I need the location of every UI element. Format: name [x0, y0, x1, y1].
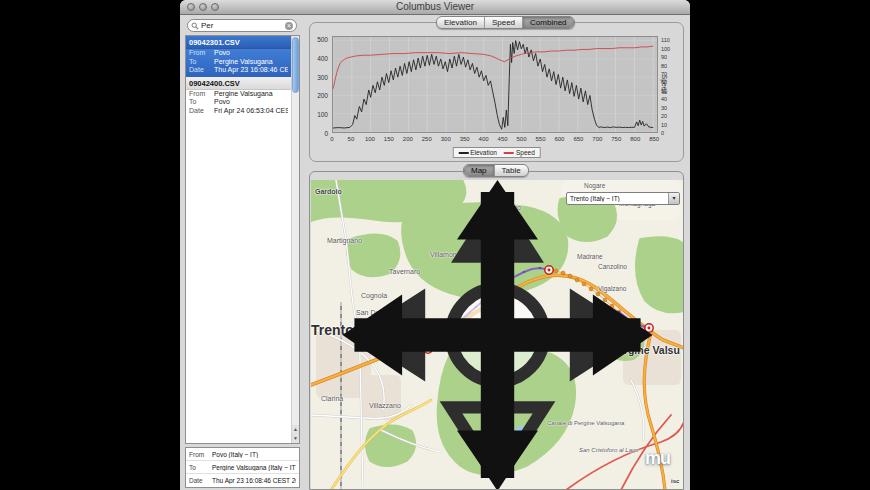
elevation-tick-label: 300 — [310, 74, 328, 81]
field-value: Pergine Valsugana — [214, 90, 288, 99]
search-field[interactable]: Per × — [187, 19, 297, 32]
elevation-tick-label: 400 — [310, 55, 328, 62]
screen-background: Columbus Viewer Per × 09042301.CSV FromP… — [0, 0, 870, 490]
scroll-up-arrow[interactable]: ▲ — [292, 425, 299, 434]
legend-label: Speed — [516, 149, 535, 156]
chart-panel: 0100200300400500 01020304050607080901001… — [309, 22, 684, 162]
app-window: Columbus Viewer Per × 09042301.CSV FromP… — [180, 0, 690, 490]
field-value: Povo — [214, 98, 288, 107]
field-value: Pergine Valsugana — [214, 58, 288, 67]
combined-chart — [333, 37, 657, 132]
distance-tick-label: 150 — [381, 136, 397, 142]
field-label: Date — [189, 66, 214, 75]
speed-tick-label: 40 — [661, 96, 667, 102]
distance-tick-label: 500 — [514, 136, 530, 142]
distance-tick-label: 350 — [457, 136, 473, 142]
scroll-down-arrow[interactable]: ▼ — [292, 434, 299, 443]
elevation-tick-label: 200 — [310, 92, 328, 99]
tab-table[interactable]: Table — [494, 165, 528, 176]
track-list-item[interactable]: 09042400.CSV FromPergine Valsugana ToPov… — [186, 77, 291, 118]
speed-tick-label: 30 — [661, 105, 667, 111]
speed-tick-label: 10 — [661, 122, 667, 128]
map-viewport[interactable]: GardoloNogareMontagnagaGarzanoCivezzanoM… — [311, 180, 684, 490]
window-controls — [187, 3, 219, 11]
detail-row: DateThu Apr 23 16:08:46 CEST 2009 — [186, 474, 299, 487]
speed-tick-label: 110 — [661, 37, 670, 43]
main-area: Elevation Speed Combined 010020030040050… — [305, 0, 688, 490]
move-cursor-icon — [311, 180, 684, 490]
detail-row: FromPovo (Italy ~ IT) — [186, 448, 299, 461]
search-icon — [191, 22, 199, 30]
elevation-line-sample — [458, 152, 468, 154]
scrollbar-thumb[interactable] — [292, 37, 299, 93]
minimize-button[interactable] — [199, 3, 207, 11]
map-tabs: Map Table — [463, 164, 529, 177]
track-list: 09042301.CSV FromPovo ToPergine Valsugan… — [185, 35, 300, 444]
tab-map[interactable]: Map — [464, 165, 494, 176]
field-value: Pergine Valsugana (Italy ~ IT) — [212, 464, 296, 471]
search-input[interactable]: Per — [201, 20, 283, 31]
elevation-axis: 0100200300400500 — [310, 36, 330, 133]
zoom-button[interactable] — [211, 3, 219, 11]
speed-line-sample — [504, 152, 514, 154]
track-filename: 09042400.CSV — [186, 77, 291, 90]
distance-tick-label: 400 — [476, 136, 492, 142]
field-label: From — [189, 451, 212, 458]
map-panel: GardoloNogareMontagnagaGarzanoCivezzanoM… — [309, 171, 684, 490]
elevation-tick-label: 100 — [310, 111, 328, 118]
elevation-tick-label: 500 — [310, 36, 328, 43]
distance-tick-label: 550 — [532, 136, 548, 142]
details-panel: FromPovo (Italy ~ IT) ToPergine Valsugan… — [185, 447, 300, 488]
distance-tick-label: 100 — [362, 136, 378, 142]
tab-elevation[interactable]: Elevation — [437, 17, 484, 28]
chart-plot-area — [332, 36, 658, 133]
track-list-item[interactable]: 09042301.CSV FromPovo ToPergine Valsugan… — [186, 36, 291, 77]
distance-tick-label: 50 — [343, 136, 359, 142]
field-label: From — [189, 49, 214, 58]
distance-tick-label: 650 — [570, 136, 586, 142]
clear-search-icon[interactable]: × — [285, 22, 293, 30]
speed-tick-label: 90 — [661, 54, 667, 60]
field-label: To — [189, 464, 212, 471]
field-value: Povo (Italy ~ IT) — [212, 451, 296, 458]
distance-tick-label: 800 — [627, 136, 643, 142]
chart-legend: Elevation Speed — [452, 147, 541, 158]
field-value: Thu Apr 23 16:08:46 CEST 2009 — [212, 477, 296, 484]
tab-combined[interactable]: Combined — [522, 17, 573, 28]
distance-tick-label: 300 — [438, 136, 454, 142]
distance-axis: 0501001502002503003504004505005506006507… — [332, 136, 658, 144]
chart-tabs: Elevation Speed Combined — [436, 16, 575, 29]
legend-label: Elevation — [470, 149, 497, 156]
sidebar: Per × 09042301.CSV FromPovo ToPergine Va… — [183, 16, 302, 490]
field-value: Thu Apr 23 16:08:46 CEST 2009 — [214, 66, 288, 75]
distance-tick-label: 700 — [589, 136, 605, 142]
field-label: Date — [189, 107, 214, 116]
distance-tick-label: 600 — [551, 136, 567, 142]
field-label: Date — [189, 477, 212, 484]
watermark-logo: mu — [645, 448, 670, 469]
distance-tick-label: 250 — [419, 136, 435, 142]
distance-tick-label: 850 — [646, 136, 662, 142]
distance-tick-label: 750 — [608, 136, 624, 142]
distance-tick-label: 0 — [324, 136, 340, 142]
close-button[interactable] — [187, 3, 195, 11]
field-label: To — [189, 98, 214, 107]
field-label: From — [189, 90, 214, 99]
speed-axis-title: Speed — [661, 75, 668, 94]
field-value: Povo — [214, 49, 288, 58]
speed-tick-label: 20 — [661, 113, 667, 119]
track-filename: 09042301.CSV — [186, 36, 291, 49]
field-value: Fri Apr 24 06:53:04 CEST 2009 — [214, 107, 288, 116]
list-scrollbar[interactable]: ▲ ▼ — [291, 36, 299, 443]
distance-tick-label: 450 — [495, 136, 511, 142]
speed-tick-label: 100 — [661, 46, 670, 52]
distance-tick-label: 200 — [400, 136, 416, 142]
detail-row: ToPergine Valsugana (Italy ~ IT) — [186, 461, 299, 474]
speed-tick-label: 80 — [661, 63, 667, 69]
field-label: To — [189, 58, 214, 67]
tab-speed[interactable]: Speed — [484, 17, 522, 28]
